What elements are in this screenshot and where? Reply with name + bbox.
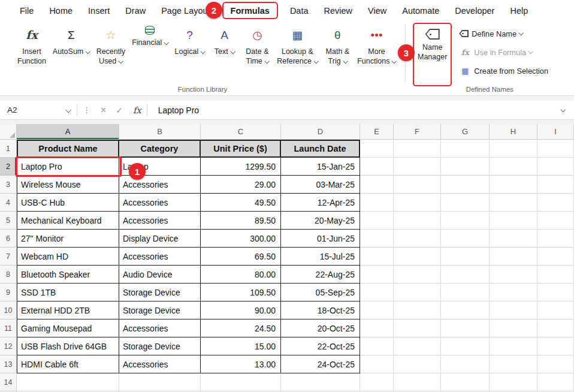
cell-i14[interactable] xyxy=(537,373,574,391)
logical-button[interactable]: ?Logical xyxy=(173,21,207,68)
cell-h5[interactable] xyxy=(490,212,537,230)
cell-b6[interactable]: Display Device xyxy=(119,230,201,248)
cell-g2[interactable] xyxy=(441,158,490,176)
cell-e3[interactable] xyxy=(360,176,394,194)
cell-f12[interactable] xyxy=(394,337,441,355)
formula-bar-grip-icon[interactable]: ⋮ xyxy=(83,105,90,114)
column-header-i[interactable]: I xyxy=(537,124,574,140)
cell-h1[interactable] xyxy=(490,140,537,158)
cell-g5[interactable] xyxy=(441,212,490,230)
cell-i1[interactable] xyxy=(537,140,574,158)
cell-e14[interactable] xyxy=(360,373,394,391)
cell-a7[interactable]: Webcam HD xyxy=(17,248,119,266)
tab-data[interactable]: Data xyxy=(282,0,316,21)
cell-i5[interactable] xyxy=(537,212,574,230)
cell-f2[interactable] xyxy=(394,158,441,176)
row-header-11[interactable]: 11 xyxy=(0,319,17,337)
cell-b7[interactable]: Accessories xyxy=(119,248,201,266)
column-header-a[interactable]: A xyxy=(17,124,119,140)
cell-a9[interactable]: SSD 1TB xyxy=(17,284,119,301)
cell-d8[interactable]: 22-Aug-25 xyxy=(281,266,360,284)
more-functions-button[interactable]: •••MoreFunctions xyxy=(355,21,398,68)
formula-bar-value[interactable]: Laptop Pro xyxy=(158,105,200,115)
cell-h14[interactable] xyxy=(490,373,537,391)
cell-c5[interactable]: 89.50 xyxy=(201,212,281,230)
column-header-g[interactable]: G xyxy=(441,124,490,140)
cell-i11[interactable] xyxy=(537,319,574,337)
cell-c4[interactable]: 49.50 xyxy=(201,194,281,212)
row-header-3[interactable]: 3 xyxy=(0,176,17,194)
cell-d7[interactable]: 15-Jul-25 xyxy=(281,248,360,266)
cell-e4[interactable] xyxy=(360,194,394,212)
cell-h13[interactable] xyxy=(490,355,537,373)
row-header-7[interactable]: 7 xyxy=(0,248,17,266)
cell-c6[interactable]: 300.00 xyxy=(201,230,281,248)
cancel-icon[interactable]: × xyxy=(101,105,106,116)
cell-g4[interactable] xyxy=(441,194,490,212)
cell-b1[interactable]: Category xyxy=(119,140,201,158)
cell-b8[interactable]: Audio Device xyxy=(119,266,201,284)
cell-c12[interactable]: 15.00 xyxy=(201,337,281,355)
row-header-6[interactable]: 6 xyxy=(0,230,17,248)
cell-e10[interactable] xyxy=(360,301,394,319)
cell-g3[interactable] xyxy=(441,176,490,194)
autosum-button[interactable]: ΣAutoSum xyxy=(51,21,92,68)
cell-f10[interactable] xyxy=(394,301,441,319)
cell-i2[interactable] xyxy=(537,158,574,176)
cell-f4[interactable] xyxy=(394,194,441,212)
column-header-f[interactable]: F xyxy=(394,124,441,140)
cell-a12[interactable]: USB Flash Drive 64GB xyxy=(17,337,119,355)
cell-b9[interactable]: Storage Device xyxy=(119,284,201,301)
insert-function-fx-icon[interactable]: fx xyxy=(133,105,141,115)
cell-a5[interactable]: Mechanical Keyboard xyxy=(17,212,119,230)
row-header-4[interactable]: 4 xyxy=(0,194,17,212)
cell-c13[interactable]: 13.00 xyxy=(201,355,281,373)
cell-a6[interactable]: 27" Monitor xyxy=(17,230,119,248)
cell-h9[interactable] xyxy=(490,284,537,301)
tab-home[interactable]: Home xyxy=(41,0,80,21)
create-from-selection-button[interactable]: ▦Create from Selection xyxy=(459,65,548,77)
tab-insert[interactable]: Insert xyxy=(80,0,117,21)
cell-b12[interactable]: Storage Device xyxy=(119,337,201,355)
cell-e7[interactable] xyxy=(360,248,394,266)
recently-used-button[interactable]: ☆RecentlyUsed xyxy=(95,21,128,68)
cell-a1[interactable]: Product Name xyxy=(17,140,119,158)
enter-icon[interactable]: ✓ xyxy=(116,105,123,115)
cell-a13[interactable]: HDMI Cable 6ft xyxy=(17,355,119,373)
tab-view[interactable]: View xyxy=(360,0,394,21)
cell-g12[interactable] xyxy=(441,337,490,355)
cell-e6[interactable] xyxy=(360,230,394,248)
cell-h12[interactable] xyxy=(490,337,537,355)
tab-developer[interactable]: Developer xyxy=(447,0,502,21)
cell-b10[interactable]: Storage Device xyxy=(119,301,201,319)
column-header-d[interactable]: D xyxy=(281,124,360,140)
cell-b13[interactable]: Accessories xyxy=(119,355,201,373)
cell-g9[interactable] xyxy=(441,284,490,301)
row-header-14[interactable]: 14 xyxy=(0,373,17,391)
cell-e8[interactable] xyxy=(360,266,394,284)
cell-d1[interactable]: Launch Date xyxy=(281,140,360,158)
cell-e12[interactable] xyxy=(360,337,394,355)
row-header-12[interactable]: 12 xyxy=(0,337,17,355)
cell-f11[interactable] xyxy=(394,319,441,337)
cell-h3[interactable] xyxy=(490,176,537,194)
cell-b5[interactable]: Accessories xyxy=(119,212,201,230)
cell-f14[interactable] xyxy=(394,373,441,391)
chevron-down-icon[interactable] xyxy=(65,107,71,113)
cell-f1[interactable] xyxy=(394,140,441,158)
cell-f6[interactable] xyxy=(394,230,441,248)
row-header-1[interactable]: 1 xyxy=(0,140,17,158)
tab-help[interactable]: Help xyxy=(502,0,536,21)
cell-e9[interactable] xyxy=(360,284,394,301)
cell-h10[interactable] xyxy=(490,301,537,319)
cell-c1[interactable]: Unit Price ($) xyxy=(201,140,281,158)
cell-h11[interactable] xyxy=(490,319,537,337)
cell-g7[interactable] xyxy=(441,248,490,266)
row-header-10[interactable]: 10 xyxy=(0,301,17,319)
cell-f5[interactable] xyxy=(394,212,441,230)
column-header-b[interactable]: B xyxy=(119,124,201,140)
cell-c10[interactable]: 90.00 xyxy=(201,301,281,319)
column-header-c[interactable]: C xyxy=(201,124,281,140)
cell-h8[interactable] xyxy=(490,266,537,284)
cell-g10[interactable] xyxy=(441,301,490,319)
